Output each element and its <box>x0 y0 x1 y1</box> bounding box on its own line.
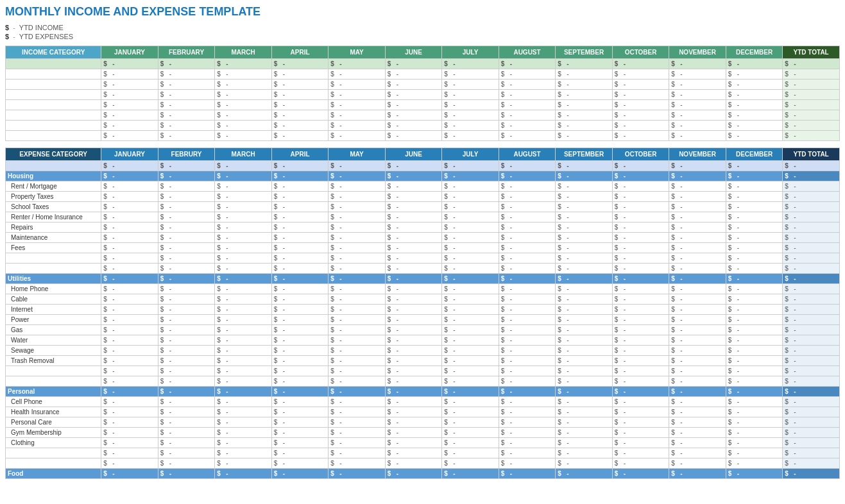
table-row: Gym Membership $ -$ -$ -$ - $ -$ -$ -$ -… <box>6 428 840 438</box>
income-total-jun[interactable]: $ - <box>385 59 442 69</box>
table-row: $ -$ -$ -$ - $ -$ -$ -$ - $ -$ -$ -$ - $… <box>6 376 840 387</box>
expense-aug-header: AUGUST <box>499 148 556 161</box>
table-row: Maintenance $ -$ -$ -$ - $ -$ -$ -$ - $ … <box>6 233 840 243</box>
housing-label: Housing <box>6 171 101 181</box>
utilities-section-header: Utilities $ -$ -$ -$ - $ -$ -$ -$ - $ -$… <box>6 274 840 284</box>
property-taxes-label: Property Taxes <box>6 192 101 202</box>
sewage-label: Sewage <box>6 346 101 356</box>
table-row: School Taxes $ -$ -$ -$ - $ -$ -$ -$ - $… <box>6 202 840 212</box>
power-label: Power <box>6 315 101 325</box>
expense-ytd-header: YTD TOTAL <box>783 148 840 161</box>
table-row: Clothing $ -$ -$ -$ - $ -$ -$ -$ - $ -$ … <box>6 438 840 448</box>
home-phone-label: Home Phone <box>6 284 101 294</box>
ytd-expenses-amount: - <box>13 33 15 40</box>
food-label: Food <box>6 469 101 479</box>
ytd-summary: $ - YTD INCOME $ - YTD EXPENSES <box>5 24 840 40</box>
expense-jul-header: JULY <box>442 148 499 161</box>
table-row: Water $ -$ -$ -$ - $ -$ -$ -$ - $ -$ -$ … <box>6 335 840 346</box>
income-sep-header: SEPTEMBER <box>556 46 613 59</box>
table-row: Internet $ -$ -$ -$ - $ -$ -$ -$ - $ -$ … <box>6 305 840 315</box>
table-row: $ -$ -$ -$ - $ -$ -$ -$ - $ -$ -$ -$ - $… <box>6 131 840 141</box>
expense-table: EXPENSE CATEGORY JANUARY FEBRURY MARCH A… <box>5 147 840 479</box>
table-row: Home Phone $ -$ -$ -$ - $ -$ -$ -$ - $ -… <box>6 284 840 294</box>
expense-sep-header: SEPTEMBER <box>556 148 613 161</box>
income-total-jan[interactable]: $ - <box>101 59 158 69</box>
expense-may-header: MAY <box>329 148 386 161</box>
table-row: $ -$ -$ -$ - $ -$ -$ -$ - $ -$ -$ -$ - $… <box>6 100 840 110</box>
ytd-income-row: $ - YTD INCOME <box>5 24 840 31</box>
fees-label: Fees <box>6 243 101 253</box>
expense-jan-header: JANUARY <box>101 148 158 161</box>
table-row: Fees $ -$ -$ -$ - $ -$ -$ -$ - $ -$ -$ -… <box>6 243 840 253</box>
trash-removal-label: Trash Removal <box>6 356 101 366</box>
section-gap <box>5 141 840 147</box>
water-label: Water <box>6 335 101 346</box>
expense-apr-header: APRIL <box>271 148 329 161</box>
table-row: $ -$ -$ -$ - $ -$ -$ -$ - $ -$ -$ -$ - $… <box>6 264 840 274</box>
ytd-income-dollar: $ <box>5 24 9 31</box>
income-total-ytd[interactable]: $ - <box>783 59 840 69</box>
income-total-category <box>6 59 101 69</box>
ytd-income-amount: - <box>13 24 15 31</box>
table-row: Repairs $ -$ -$ -$ - $ -$ -$ -$ - $ -$ -… <box>6 223 840 233</box>
income-total-mar[interactable]: $ - <box>215 59 272 69</box>
table-row: Cell Phone $ -$ -$ -$ - $ -$ -$ -$ - $ -… <box>6 397 840 407</box>
income-ytd-header: YTD TOTAL <box>783 46 840 59</box>
expense-nov-header: NOVEMBER <box>669 148 726 161</box>
expense-total-row: $ -$ -$ -$ - $ -$ -$ -$ - $ -$ -$ -$ - $… <box>6 161 840 171</box>
table-row: Trash Removal $ -$ -$ -$ - $ -$ -$ -$ - … <box>6 356 840 366</box>
table-row: Personal Care $ -$ -$ -$ - $ -$ -$ -$ - … <box>6 417 840 428</box>
income-header-row: INCOME CATEGORY JANUARY FEBRUARY MARCH A… <box>6 46 840 59</box>
income-total-apr[interactable]: $ - <box>271 59 329 69</box>
table-row: Power $ -$ -$ -$ - $ -$ -$ -$ - $ -$ -$ … <box>6 315 840 325</box>
income-jul-header: JULY <box>442 46 499 59</box>
expense-header-row: EXPENSE CATEGORY JANUARY FEBRURY MARCH A… <box>6 148 840 161</box>
income-table: INCOME CATEGORY JANUARY FEBRUARY MARCH A… <box>5 46 840 141</box>
page-title: MONTHLY INCOME AND EXPENSE TEMPLATE <box>5 5 840 19</box>
personal-label: Personal <box>6 387 101 397</box>
income-total-feb[interactable]: $ - <box>158 59 215 69</box>
gym-membership-label: Gym Membership <box>6 428 101 438</box>
income-total-sep[interactable]: $ - <box>556 59 613 69</box>
income-total-nov[interactable]: $ - <box>669 59 726 69</box>
table-row: $ -$ -$ -$ - $ -$ -$ -$ - $ -$ -$ -$ - $… <box>6 458 840 469</box>
income-total-may[interactable]: $ - <box>329 59 386 69</box>
income-jan-header: JANUARY <box>101 46 158 59</box>
maintenance-label: Maintenance <box>6 233 101 243</box>
utilities-label: Utilities <box>6 274 101 284</box>
table-row: Rent / Mortgage $ -$ -$ -$ - $ -$ -$ -$ … <box>6 181 840 192</box>
housing-section-header: Housing $ -$ -$ -$ - $ -$ -$ -$ - $ -$ -… <box>6 171 840 181</box>
page: MONTHLY INCOME AND EXPENSE TEMPLATE $ - … <box>0 0 845 484</box>
clothing-label: Clothing <box>6 438 101 448</box>
income-feb-header: FEBRUARY <box>158 46 215 59</box>
expense-feb-header: FEBRURY <box>158 148 215 161</box>
expense-jun-header: JUNE <box>385 148 442 161</box>
internet-label: Internet <box>6 305 101 315</box>
income-dec-header: DECEMBER <box>726 46 783 59</box>
expense-dec-header: DECEMBER <box>726 148 783 161</box>
ytd-income-label: YTD INCOME <box>19 24 64 31</box>
income-may-header: MAY <box>329 46 386 59</box>
income-total-jul[interactable]: $ - <box>442 59 499 69</box>
table-row: Property Taxes $ -$ -$ -$ - $ -$ -$ -$ -… <box>6 192 840 202</box>
ytd-expenses-label: YTD EXPENSES <box>19 33 73 40</box>
income-total-aug[interactable]: $ - <box>499 59 556 69</box>
table-row: $ -$ -$ -$ - $ -$ -$ -$ - $ -$ -$ -$ - $… <box>6 366 840 376</box>
income-aug-header: AUGUST <box>499 46 556 59</box>
gas-label: Gas <box>6 325 101 335</box>
ytd-expenses-dollar: $ <box>5 33 9 40</box>
expense-mar-header: MARCH <box>215 148 272 161</box>
personal-care-label: Personal Care <box>6 417 101 428</box>
repairs-label: Repairs <box>6 223 101 233</box>
personal-section-header: Personal $ -$ -$ -$ - $ -$ -$ -$ - $ -$ … <box>6 387 840 397</box>
rent-mortgage-label: Rent / Mortgage <box>6 181 101 192</box>
income-mar-header: MARCH <box>215 46 272 59</box>
table-row: $ -$ -$ -$ - $ -$ -$ -$ - $ -$ -$ -$ - $… <box>6 90 840 100</box>
income-total-dec[interactable]: $ - <box>726 59 783 69</box>
expense-category-header: EXPENSE CATEGORY <box>6 148 101 161</box>
table-row: $ -$ -$ -$ - $ -$ -$ -$ - $ -$ -$ -$ - $… <box>6 253 840 264</box>
income-total-oct[interactable]: $ - <box>612 59 669 69</box>
table-row: Cable $ -$ -$ -$ - $ -$ -$ -$ - $ -$ -$ … <box>6 294 840 305</box>
health-insurance-label: Health Insurance <box>6 407 101 417</box>
cell-phone-label: Cell Phone <box>6 397 101 407</box>
